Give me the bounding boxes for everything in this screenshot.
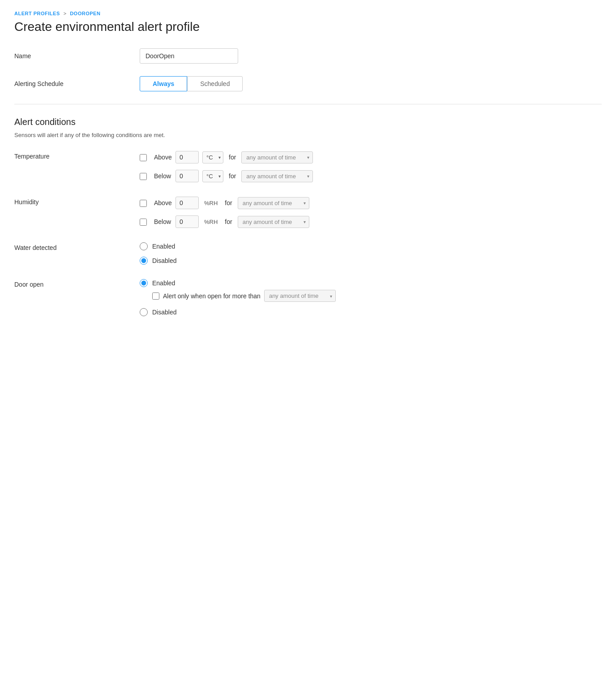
door-label: Door open <box>14 279 140 288</box>
humidity-below-checkbox[interactable] <box>140 219 147 226</box>
humidity-below-input[interactable] <box>175 215 199 228</box>
temperature-rows: Above °C °F for any amount of time <box>140 151 313 182</box>
schedule-label: Alerting Schedule <box>14 80 140 87</box>
temperature-above-time-wrapper: any amount of time <box>241 151 313 163</box>
temperature-above-for: for <box>229 154 236 161</box>
temperature-below-unit-wrapper: °C °F <box>202 170 223 182</box>
humidity-above-time-select[interactable]: any amount of time <box>238 197 309 209</box>
name-row: Name <box>14 48 602 64</box>
water-section: Water detected Enabled Disabled <box>14 242 602 265</box>
humidity-above-checkbox[interactable] <box>140 200 147 207</box>
breadcrumb-current[interactable]: DOOROPEN <box>70 11 100 16</box>
humidity-rows: Above %RH for any amount of time Below %… <box>140 197 309 228</box>
door-main: Door open Enabled Alert only when open f… <box>14 279 602 316</box>
temperature-section: Temperature Above °C °F for any amount o… <box>14 151 602 182</box>
humidity-below-time-select[interactable]: any amount of time <box>238 216 309 228</box>
temperature-below-unit-select[interactable]: °C °F <box>202 170 223 182</box>
humidity-unit-text: %RH <box>204 200 218 206</box>
temperature-above-checkbox[interactable] <box>140 154 147 161</box>
temperature-below-checkbox[interactable] <box>140 173 147 180</box>
page-title: Create environmental alert profile <box>14 20 602 34</box>
breadcrumb-parent[interactable]: ALERT PROFILES <box>14 11 60 16</box>
name-label: Name <box>14 52 140 60</box>
door-disabled-radio[interactable] <box>140 308 148 316</box>
door-sub-time-select[interactable]: any amount of time <box>264 290 336 302</box>
door-enabled-radio[interactable] <box>140 279 148 287</box>
humidity-main: Humidity Above %RH for any amount of tim… <box>14 197 602 228</box>
humidity-above-row: Above %RH for any amount of time <box>140 197 309 209</box>
water-enabled-row: Enabled <box>140 242 176 250</box>
temperature-above-label: Above <box>154 154 172 161</box>
schedule-always-button[interactable]: Always <box>140 76 187 91</box>
door-sub-time-wrapper: any amount of time <box>264 290 336 302</box>
schedule-toggle-group: Always Scheduled <box>140 76 602 91</box>
humidity-section: Humidity Above %RH for any amount of tim… <box>14 197 602 228</box>
name-control <box>140 48 602 64</box>
door-enabled-row: Enabled <box>140 279 336 287</box>
temperature-above-time-select[interactable]: any amount of time <box>241 151 313 163</box>
door-section: Door open Enabled Alert only when open f… <box>14 279 602 316</box>
water-disabled-radio[interactable] <box>140 257 148 265</box>
humidity-above-input[interactable] <box>175 197 199 209</box>
humidity-below-label: Below <box>154 218 172 225</box>
temperature-main: Temperature Above °C °F for any amount o… <box>14 151 602 182</box>
door-sub-label: Alert only when open for more than <box>163 292 261 300</box>
temperature-unit-wrapper: °C °F <box>202 151 223 163</box>
temperature-unit-select[interactable]: °C °F <box>202 151 223 163</box>
humidity-below-for: for <box>225 218 232 225</box>
humidity-below-time-wrapper: any amount of time <box>238 216 309 228</box>
alert-conditions-subtitle: Sensors will alert if any of the followi… <box>14 132 602 138</box>
schedule-control: Always Scheduled <box>140 76 602 91</box>
temperature-above-input[interactable] <box>175 151 199 163</box>
door-sub-option: Alert only when open for more than any a… <box>152 290 336 302</box>
door-sub-checkbox[interactable] <box>152 292 159 300</box>
water-disabled-label: Disabled <box>152 257 176 264</box>
door-disabled-label: Disabled <box>152 309 176 316</box>
humidity-below-row: Below %RH for any amount of time <box>140 215 309 228</box>
section-divider <box>14 104 602 104</box>
humidity-below-unit-text: %RH <box>204 219 218 225</box>
water-radio-group: Enabled Disabled <box>140 242 176 265</box>
water-label: Water detected <box>14 242 140 251</box>
name-input[interactable] <box>140 48 238 64</box>
temperature-below-for: for <box>229 172 236 180</box>
temperature-below-time-wrapper: any amount of time <box>241 170 313 182</box>
temperature-below-label: Below <box>154 172 172 180</box>
water-enabled-radio[interactable] <box>140 242 148 250</box>
temperature-above-row: Above °C °F for any amount of time <box>140 151 313 163</box>
water-enabled-label: Enabled <box>152 243 175 250</box>
door-disabled-row: Disabled <box>140 308 336 316</box>
door-enabled-label: Enabled <box>152 279 175 287</box>
schedule-row: Alerting Schedule Always Scheduled <box>14 76 602 91</box>
schedule-scheduled-button[interactable]: Scheduled <box>187 76 243 91</box>
door-radio-group: Enabled Alert only when open for more th… <box>140 279 336 316</box>
water-main: Water detected Enabled Disabled <box>14 242 602 265</box>
temperature-below-input[interactable] <box>175 170 199 182</box>
water-disabled-row: Disabled <box>140 257 176 265</box>
alert-conditions-title: Alert conditions <box>14 117 602 127</box>
humidity-above-time-wrapper: any amount of time <box>238 197 309 209</box>
humidity-above-for: for <box>225 199 232 206</box>
breadcrumb: ALERT PROFILES > DOOROPEN <box>14 11 602 16</box>
humidity-label: Humidity <box>14 197 140 206</box>
temperature-label: Temperature <box>14 151 140 160</box>
temperature-below-row: Below °C °F for any amount of time <box>140 170 313 182</box>
temperature-below-time-select[interactable]: any amount of time <box>241 170 313 182</box>
door-enabled-block: Enabled Alert only when open for more th… <box>140 279 336 302</box>
breadcrumb-separator: > <box>64 11 66 16</box>
humidity-above-label: Above <box>154 199 172 206</box>
